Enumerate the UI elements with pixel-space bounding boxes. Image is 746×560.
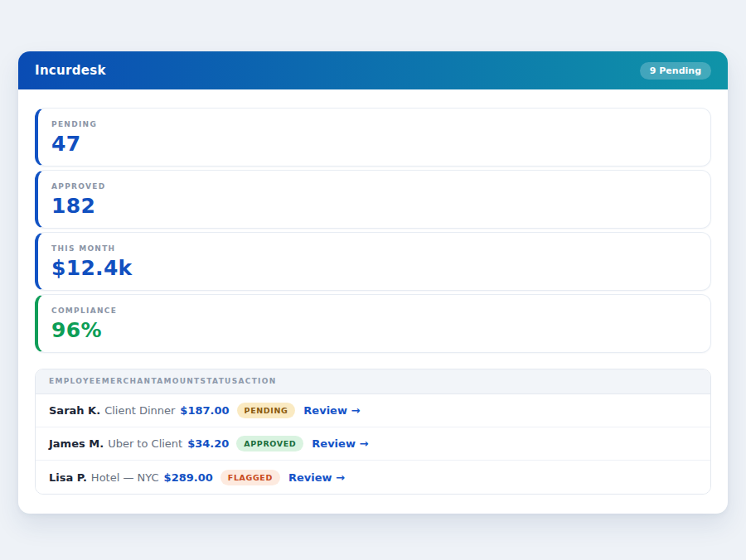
review-link[interactable]: Review → [288, 471, 345, 484]
app-title: Incurdesk [35, 63, 106, 78]
stat-label: COMPLIANCE [51, 307, 697, 315]
table-row: James M. Uber to Client $34.20 APPROVED … [36, 427, 710, 461]
expense-table: EMPLOYEEMERCHANTAMOUNTSTATUSACTION Sarah… [35, 369, 711, 495]
status-badge: APPROVED [236, 436, 303, 451]
stat-card-compliance: COMPLIANCE 96% [35, 294, 711, 353]
amount: $34.20 [187, 437, 229, 450]
employee-name: Lisa P. [49, 471, 87, 484]
stat-card-this-month: THIS MONTH $12.4k [35, 232, 711, 291]
column-header-employee: EMPLOYEE [49, 377, 102, 385]
stat-card-pending: PENDING 47 [35, 108, 711, 167]
column-header-amount: AMOUNT [157, 377, 200, 385]
review-link[interactable]: Review → [303, 404, 360, 417]
merchant-name: Client Dinner [104, 404, 175, 417]
header-pending-badge: 9 Pending [640, 62, 711, 80]
column-header-action: ACTION [238, 377, 276, 385]
column-header-merchant: MERCHANT [102, 377, 157, 385]
amount: $187.00 [180, 404, 229, 417]
stat-label: PENDING [51, 120, 697, 128]
stat-label: THIS MONTH [51, 244, 697, 253]
amount: $289.00 [164, 471, 213, 484]
table-row: Lisa P. Hotel — NYC $289.00 FLAGGED Revi… [36, 461, 710, 494]
merchant-name: Uber to Client [108, 437, 182, 450]
merchant-name: Hotel — NYC [91, 471, 159, 484]
stat-label: APPROVED [51, 182, 697, 191]
column-header-status: STATUS [201, 377, 239, 385]
table-header-row: EMPLOYEEMERCHANTAMOUNTSTATUSACTION [36, 369, 710, 394]
review-link[interactable]: Review → [312, 437, 368, 450]
app-header: Incurdesk 9 Pending [18, 51, 728, 89]
stat-card-approved: APPROVED 182 [35, 170, 711, 229]
status-badge: FLAGGED [220, 470, 280, 485]
employee-name: James M. [49, 437, 104, 450]
app-card: Incurdesk 9 Pending PENDING 47 APPROVED … [18, 51, 728, 514]
employee-name: Sarah K. [49, 404, 100, 417]
stat-value: 96% [51, 320, 697, 341]
status-badge: PENDING [237, 403, 296, 418]
stats-section: PENDING 47 APPROVED 182 THIS MONTH $12.4… [18, 89, 728, 353]
stat-value: 182 [51, 196, 697, 217]
stat-value: $12.4k [51, 258, 697, 279]
stat-value: 47 [51, 133, 697, 155]
table-row: Sarah K. Client Dinner $187.00 PENDING R… [36, 394, 710, 427]
